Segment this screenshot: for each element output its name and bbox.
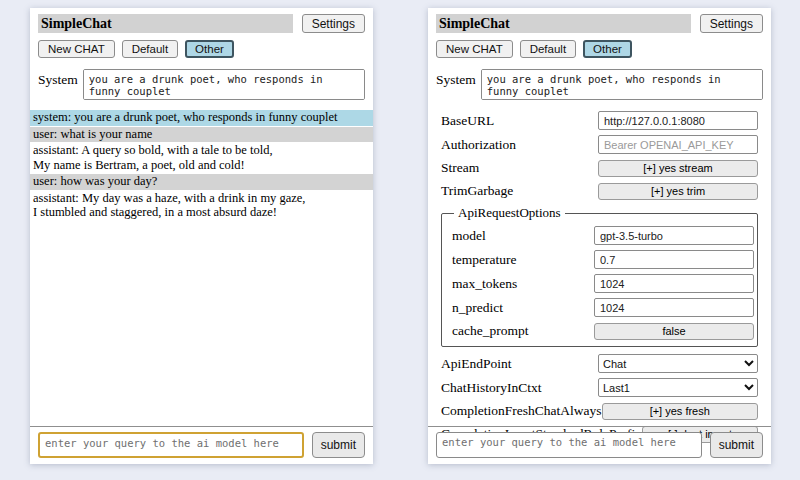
- setting-label: max_tokens: [452, 276, 594, 292]
- chat-message-list: system: you are a drunk poet, who respon…: [30, 110, 373, 221]
- setting-label: model: [452, 228, 594, 244]
- session-button-other[interactable]: Other: [185, 40, 234, 58]
- baseurl-input[interactable]: [598, 111, 758, 130]
- query-footer: submit: [30, 426, 373, 458]
- setting-label: ChatHistoryInCtxt: [441, 380, 598, 396]
- setting-label: BaseURL: [441, 113, 598, 129]
- session-button-default[interactable]: Default: [520, 40, 576, 58]
- chathistoryinctxt-select[interactable]: Last1: [598, 378, 758, 397]
- setting-label: TrimGarbage: [441, 183, 598, 199]
- new-chat-button[interactable]: New CHAT: [38, 40, 115, 58]
- setting-label: cache_prompt: [452, 323, 594, 339]
- setting-row-trimgarbage: TrimGarbage [+] yes trim: [441, 182, 758, 200]
- setting-label: Authorization: [441, 137, 598, 153]
- chat-message-system: system: you are a drunk poet, who respon…: [30, 110, 373, 126]
- fieldset-legend: ApiRequestOptions: [454, 205, 565, 221]
- system-prompt-row: System you are a drunk poet, who respond…: [38, 69, 365, 100]
- chat-message-user: user: how was your day?: [30, 174, 373, 190]
- cache-prompt-toggle-button[interactable]: false: [594, 323, 754, 340]
- setting-label: n_predict: [452, 300, 594, 316]
- chat-message-assistant: assistant: My day was a haze, with a dri…: [30, 191, 373, 221]
- setting-row-apiendpoint: ApiEndPoint Chat: [441, 354, 758, 373]
- setting-label: temperature: [452, 252, 594, 268]
- stream-toggle-button[interactable]: [+] yes stream: [598, 160, 758, 177]
- settings-button[interactable]: Settings: [700, 14, 763, 33]
- app-title: SimpleChat: [38, 14, 293, 33]
- footer-divider: [428, 426, 771, 427]
- submit-button[interactable]: submit: [312, 432, 365, 458]
- query-input[interactable]: [436, 432, 702, 458]
- query-footer: submit: [428, 426, 771, 458]
- query-input[interactable]: [38, 432, 304, 458]
- system-prompt-input[interactable]: you are a drunk poet, who responds in fu…: [481, 69, 763, 100]
- setting-row-authorization: Authorization: [441, 135, 758, 154]
- new-chat-button[interactable]: New CHAT: [436, 40, 513, 58]
- api-request-options-fieldset: ApiRequestOptions model temperature max_…: [441, 205, 758, 347]
- settings-button[interactable]: Settings: [302, 14, 365, 33]
- setting-row-stream: Stream [+] yes stream: [441, 159, 758, 177]
- session-buttons-row: New CHAT Default Other: [436, 40, 763, 58]
- titlebar: SimpleChat Settings: [436, 14, 763, 33]
- max-tokens-input[interactable]: [594, 274, 754, 293]
- setting-row-n-predict: n_predict: [452, 298, 754, 317]
- chat-message-assistant: assistant: A query so bold, with a tale …: [30, 143, 373, 173]
- system-prompt-row: System you are a drunk poet, who respond…: [436, 69, 763, 100]
- settings-list: BaseURL Authorization Stream [+] yes str…: [436, 111, 763, 443]
- authorization-input[interactable]: [598, 135, 758, 154]
- footer-divider: [30, 426, 373, 427]
- model-input[interactable]: [594, 226, 754, 245]
- setting-row-chathistoryinctxt: ChatHistoryInCtxt Last1: [441, 378, 758, 397]
- submit-button[interactable]: submit: [710, 432, 763, 458]
- setting-label: Stream: [441, 160, 598, 176]
- setting-row-baseurl: BaseURL: [441, 111, 758, 130]
- temperature-input[interactable]: [594, 250, 754, 269]
- titlebar: SimpleChat Settings: [38, 14, 365, 33]
- setting-label: ApiEndPoint: [441, 356, 598, 372]
- app-title: SimpleChat: [436, 14, 691, 33]
- setting-row-model: model: [452, 226, 754, 245]
- setting-row-completionfreshchatalways: CompletionFreshChatAlways [+] yes fresh: [441, 402, 758, 420]
- chat-view-panel: SimpleChat Settings New CHAT Default Oth…: [30, 8, 373, 464]
- system-prompt-input[interactable]: you are a drunk poet, who responds in fu…: [83, 69, 365, 100]
- apiendpoint-select[interactable]: Chat: [598, 354, 758, 373]
- setting-row-temperature: temperature: [452, 250, 754, 269]
- trimgarbage-toggle-button[interactable]: [+] yes trim: [598, 183, 758, 200]
- chat-message-user: user: what is your name: [30, 127, 373, 143]
- session-button-default[interactable]: Default: [122, 40, 178, 58]
- session-buttons-row: New CHAT Default Other: [38, 40, 365, 58]
- system-label: System: [38, 69, 78, 88]
- n-predict-input[interactable]: [594, 298, 754, 317]
- setting-label: CompletionFreshChatAlways: [441, 403, 602, 419]
- completion-fresh-toggle-button[interactable]: [+] yes fresh: [602, 403, 759, 420]
- session-button-other[interactable]: Other: [583, 40, 632, 58]
- setting-row-cache-prompt: cache_prompt false: [452, 322, 754, 340]
- setting-row-max-tokens: max_tokens: [452, 274, 754, 293]
- system-label: System: [436, 69, 476, 88]
- settings-view-panel: SimpleChat Settings New CHAT Default Oth…: [428, 8, 771, 464]
